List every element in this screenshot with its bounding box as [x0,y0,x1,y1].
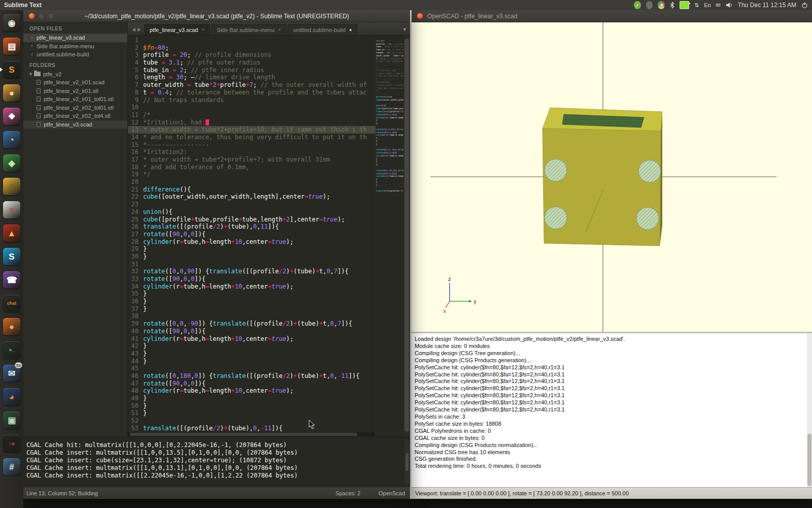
close-file-icon[interactable]: × [30,52,37,57]
launcher-icon-mail-client[interactable]: ✉53 [3,365,20,382]
code-line-13[interactable]: 13* outer_width = tube*2+profile+10; but… [128,126,376,134]
code-line-1[interactable]: 1 [128,37,376,44]
indent-status[interactable]: Spaces: 2 [335,490,360,496]
code-line-31[interactable]: 31 [128,261,376,268]
code-line-11[interactable]: 11/* [128,111,376,119]
launcher-icon-blender-ball[interactable]: ● [3,84,20,102]
3d-viewport[interactable]: z y x [412,22,812,333]
minimap[interactable]: $fn=80;profile = 20; // profile dimensio… [376,36,403,437]
tree-file-item[interactable]: ptfe_linear_v2_ir01.stl [23,87,127,96]
tab-overflow-button[interactable]: ▼ [402,27,407,32]
chromium-tray-icon[interactable] [658,1,665,9]
launcher-icon-terminal[interactable]: >_ [3,341,20,359]
code-editor[interactable]: 12$fn=80;3profile = 20; // profile dimen… [128,36,410,437]
tree-file-item[interactable]: ptfe_linear_v3.scad [23,120,127,129]
code-line-34[interactable]: 34cylinder(r=tube,h=length+10,center=tru… [128,283,376,291]
tree-file-item[interactable]: ptfe_linear_v2_ir01_tol01.stl [23,95,127,104]
editor-vertical-scrollbar[interactable] [403,36,410,437]
launcher-icon-orange-ball-app[interactable]: ● [3,318,20,335]
code-line-37[interactable]: 37} [128,305,376,313]
indicator-icon[interactable] [646,1,653,9]
tab-ptfe_linear_v3.scad[interactable]: ptfe_linear_v3.scad× [144,24,210,35]
code-line-44[interactable]: 44} [128,358,376,365]
code-line-19[interactable]: 19*/ [128,171,376,178]
code-line-48[interactable]: 48cylinder(r=tube,h=length+10,center=tru… [128,387,376,395]
tree-file-item[interactable]: ptfe_linear_v2_ir01.scad [23,78,127,87]
launcher-icon-dash-home[interactable]: ◉ [3,14,20,31]
open-file-item[interactable]: ×ptfe_linear_v3.scad [23,34,127,42]
clock[interactable]: Thu Dec 11 12:15 AM [738,1,796,9]
launcher-icon-cheese[interactable]: ☺ [3,178,20,195]
launcher-icon-chromium-browser[interactable]: ◔ [3,131,20,148]
code-line-30[interactable]: 30} [128,253,376,261]
code-line-9[interactable]: 9// Nut traps standards [128,97,376,104]
code-line-40[interactable]: 40rotate([90,0,0]){ [128,328,376,335]
launcher-icon-photos[interactable]: ❖ [3,108,20,125]
code-line-22[interactable]: 22cube([outer_width,outer_width,length],… [128,193,376,201]
code-line-10[interactable]: 10 [128,104,376,111]
folder-row[interactable]: ▼ ptfe_v2 [23,70,127,79]
code-line-14[interactable]: 14* and no tolerance, thus being very di… [128,134,376,141]
code-line-46[interactable]: 46rotate([0,180,0]) {translate([(profile… [128,372,376,380]
code-line-16[interactable]: 16*Iritation2: [128,148,376,156]
code-line-32[interactable]: 32rotate([0,0,90]) {translate([(profile/… [128,268,376,275]
cursor-position-status[interactable]: Line 13, Column 52; Building [26,490,98,496]
code-line-29[interactable]: 29} [128,245,376,253]
code-line-51[interactable]: 51} [128,409,376,417]
tab-Side Bar.sublime-menu[interactable]: Side Bar.sublime-menu× [211,24,287,35]
code-line-17[interactable]: 17* outer_width = tube*2+profile+7; with… [128,156,376,164]
code-line-43[interactable]: 43} [128,350,376,358]
code-line-3[interactable]: 3profile = 20; // profile dimensions [128,51,376,59]
launcher-icon-xchat[interactable]: chat [3,295,20,312]
code-line-39[interactable]: 39rotate([0,0,-90]) {translate([(profile… [128,320,376,328]
code-line-35[interactable]: 35} [128,290,376,298]
code-line-5[interactable]: 5tube_in = 2; // ptfe inner radius [128,67,376,74]
tab-untitled.sublime-build[interactable]: untitled.sublime-build● [288,24,358,35]
tree-file-item[interactable]: ptfe_linear_v2_ir02_tol01.stl [23,104,127,112]
code-line-36[interactable]: 36} [128,298,376,305]
mail-indicator-icon[interactable]: ✉ [716,1,721,9]
network-arrows-icon[interactable]: ⇅ [694,1,699,9]
code-line-47[interactable]: 47rotate([90,0,0]){ [128,380,376,388]
open-file-item[interactable]: ×untitled.sublime-build [23,50,127,59]
code-line-21[interactable]: 21difference(){ [128,186,376,194]
launcher-icon-skype[interactable]: S [3,248,20,265]
launcher-icon-keyboard-app[interactable]: # [3,458,20,475]
code-line-15[interactable]: 15*----------------- [128,141,376,149]
code-line-20[interactable]: 20 [128,178,376,186]
launcher-icon-tongue-app[interactable]: :-p [3,435,20,452]
tab-forward-button[interactable]: ▶ [138,27,141,32]
openscad-titlebar[interactable]: OpenSCAD - ptfe_linear_v3.scad [412,10,812,22]
minimize-button[interactable] [38,13,45,19]
launcher-icon-camera-app[interactable]: ▣ [3,411,20,429]
code-line-27[interactable]: 27rotate([90,0,0]){ [128,231,376,238]
tab-close-icon[interactable]: × [201,27,205,33]
code-line-12[interactable]: 12*Iritation1, had: [128,119,376,126]
close-button[interactable] [417,13,423,19]
code-line-49[interactable]: 49} [128,395,376,402]
sublime-titlebar[interactable]: ~/3d/custom_ptfe_motion/ptfe_v2/ptfe_lin… [23,10,410,22]
code-line-2[interactable]: 2$fn=80; [128,44,376,52]
maximize-button[interactable] [48,13,54,19]
launcher-icon-sublime-text[interactable]: S [3,61,20,78]
tab-close-icon[interactable]: × [278,27,281,33]
launcher-icon-text-editor[interactable]: ≡ [3,201,20,218]
code-line-33[interactable]: 33rotate([90,0,0]){ [128,275,376,283]
code-line-25[interactable]: 25cube([profile+tube,profile+tube,length… [128,216,376,224]
keyboard-layout-indicator[interactable]: En [704,1,710,9]
bluetooth-icon[interactable] [670,1,674,9]
console-scrollbar[interactable] [807,333,812,487]
update-ok-icon[interactable]: ✓ [634,1,641,9]
launcher-icon-viber[interactable]: ☎ [3,271,20,289]
code-line-7[interactable]: 7outer_width = tube*2+profile+7; // the … [128,81,376,89]
code-line-18[interactable]: 18* and add tolerance of 0.1mm, [128,164,376,171]
code-line-42[interactable]: 42} [128,342,376,350]
code-line-52[interactable]: 52 [128,417,376,425]
code-line-6[interactable]: 6length = 30; —// limear drive length [128,74,376,81]
launcher-icon-flame-app[interactable]: ▲ [3,225,20,242]
code-line-23[interactable]: 23 [128,201,376,208]
code-line-45[interactable]: 45 [128,365,376,372]
power-menu-icon[interactable] [801,1,808,9]
code-line-38[interactable]: 38 [128,312,376,320]
launcher-icon-leaf-app[interactable]: ◆ [3,154,20,172]
